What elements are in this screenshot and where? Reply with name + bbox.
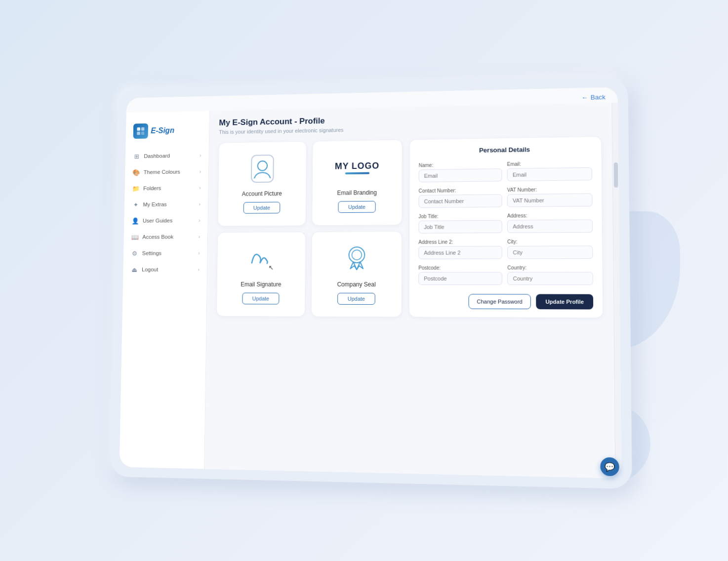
email-signature-label: Email Signature: [241, 280, 281, 287]
nav-left-dashboard: ⊞ Dashboard: [133, 152, 170, 160]
account-picture-card: Account Picture Update: [218, 141, 307, 226]
form-row-addr2-city: Address Line 2: City:: [418, 239, 593, 259]
outer-wrapper: ← Back: [68, 58, 660, 503]
name-input[interactable]: [419, 168, 502, 182]
back-button[interactable]: ← Back: [581, 93, 606, 101]
svg-point-5: [257, 161, 267, 171]
nav-left-settings: ⚙ Settings: [131, 249, 162, 257]
email-branding-update-button[interactable]: Update: [338, 201, 376, 213]
account-picture-svg: [249, 153, 275, 184]
name-label: Name:: [419, 161, 502, 168]
nav-left-guides: 👤 User Guides: [131, 217, 172, 225]
sidebar-item-access-book[interactable]: 📖 Access Book ›: [123, 228, 207, 245]
form-field-vat: VAT Number:: [507, 186, 593, 207]
vat-input[interactable]: [507, 193, 593, 207]
form-field-job: Job Title:: [418, 213, 502, 234]
sidebar-item-user-guides[interactable]: 👤 User Guides ›: [124, 212, 208, 229]
mylogo-underline: [345, 172, 369, 174]
nav-left-logout: ⏏ Logout: [130, 266, 158, 274]
palette-icon: 🎨: [132, 168, 140, 176]
chevron-settings: ›: [198, 250, 200, 256]
city-input[interactable]: [507, 245, 593, 259]
gear-icon: ⚙: [131, 249, 138, 257]
content-grid: Account Picture Update MY LOGO: [216, 136, 603, 318]
sidebar-item-folders[interactable]: 📁 Folders ›: [124, 179, 208, 197]
sidebar-label-logout: Logout: [142, 267, 158, 273]
chevron-guides: ›: [199, 218, 200, 223]
sidebar-item-settings[interactable]: ⚙ Settings ›: [123, 245, 207, 262]
company-seal-icon-area: [343, 241, 370, 276]
company-seal-svg: [343, 244, 370, 274]
form-field-name: Name:: [419, 161, 502, 182]
email-signature-card: ↖ Email Signature Update: [216, 232, 306, 317]
contact-input[interactable]: [418, 194, 502, 208]
svg-point-6: [349, 247, 364, 263]
update-profile-button[interactable]: Update Profile: [536, 294, 594, 310]
email-signature-icon-area: ↖: [246, 242, 276, 276]
device-shell: ← Back: [110, 77, 632, 489]
sidebar-item-my-extras[interactable]: ✦ My Extras ›: [124, 196, 208, 212]
nav-left-access: 📖 Access Book: [131, 233, 174, 241]
signature-icon-wrapper: ↖: [246, 245, 276, 272]
contact-label: Contact Number:: [419, 187, 502, 194]
account-picture-update-button[interactable]: Update: [243, 202, 280, 214]
job-input[interactable]: [418, 220, 502, 234]
country-input[interactable]: [507, 272, 593, 285]
personal-details-title: Personal Details: [419, 145, 592, 155]
nav-left-theme: 🎨 Theme Colours: [132, 168, 180, 176]
logo-icon: [133, 123, 148, 139]
email-branding-card: MY LOGO Email Branding Update: [312, 139, 403, 225]
sidebar-label-access: Access Book: [142, 234, 173, 240]
chevron-access: ›: [199, 234, 200, 240]
postcode-label: Postcode:: [418, 265, 502, 271]
address2-label: Address Line 2:: [418, 239, 502, 245]
form-field-postcode: Postcode:: [418, 265, 502, 285]
scrollbar-thumb[interactable]: [613, 162, 618, 188]
company-seal-card: Company Seal Update: [311, 231, 403, 317]
content-area: My E-Sign Account - Profile This is your…: [204, 103, 615, 479]
form-field-contact: Contact Number:: [418, 187, 502, 208]
change-password-button[interactable]: Change Password: [468, 294, 531, 309]
city-label: City:: [507, 239, 593, 244]
email-signature-update-button[interactable]: Update: [242, 292, 280, 304]
sidebar-item-logout[interactable]: ⏏ Logout ›: [123, 261, 207, 278]
logout-icon: ⏏: [130, 266, 138, 274]
back-label: Back: [591, 93, 606, 101]
form-row-contact-vat: Contact Number: VAT Number:: [418, 186, 592, 208]
form-field-address2: Address Line 2:: [418, 239, 502, 259]
chat-icon: 💬: [605, 462, 615, 472]
device-screen: ← Back: [120, 87, 622, 478]
postcode-input[interactable]: [418, 272, 502, 285]
address-label: Address:: [507, 212, 593, 218]
email-label: Email:: [507, 160, 592, 167]
star-icon: ✦: [132, 200, 139, 208]
sidebar-label-settings: Settings: [142, 250, 162, 256]
address-input[interactable]: [507, 219, 593, 233]
address2-input[interactable]: [418, 246, 502, 259]
user-icon: 👤: [131, 217, 139, 225]
company-seal-update-button[interactable]: Update: [337, 292, 375, 304]
sidebar: E-Sign ⊞ Dashboard › 🎨 Theme Colours: [120, 111, 210, 469]
email-branding-label: Email Branding: [337, 189, 377, 197]
dashboard-icon: ⊞: [133, 153, 140, 160]
email-input[interactable]: [507, 167, 593, 181]
mylogo-display: MY LOGO: [335, 160, 380, 174]
logo-area: E-Sign: [125, 119, 209, 148]
svg-rect-2: [137, 131, 140, 135]
form-row-post-country: Postcode: Country:: [418, 265, 593, 285]
sidebar-item-dashboard[interactable]: ⊞ Dashboard ›: [125, 147, 209, 164]
form-field-address: Address:: [507, 212, 593, 233]
folder-icon: 📁: [132, 185, 140, 193]
logo-text: E-Sign: [151, 126, 174, 135]
sidebar-label-extras: My Extras: [143, 201, 166, 207]
country-label: Country:: [507, 265, 593, 270]
sidebar-label-dashboard: Dashboard: [144, 153, 170, 159]
sidebar-item-theme-colours[interactable]: 🎨 Theme Colours ›: [125, 163, 208, 181]
form-buttons: Change Password Update Profile: [418, 294, 593, 309]
vat-label: VAT Number:: [507, 186, 593, 193]
form-field-email: Email:: [507, 160, 593, 181]
chat-fab-button[interactable]: 💬: [600, 457, 619, 477]
main-layout: E-Sign ⊞ Dashboard › 🎨 Theme Colours: [120, 103, 622, 479]
company-seal-label: Company Seal: [337, 280, 376, 287]
nav-left-folders: 📁 Folders: [132, 184, 162, 192]
